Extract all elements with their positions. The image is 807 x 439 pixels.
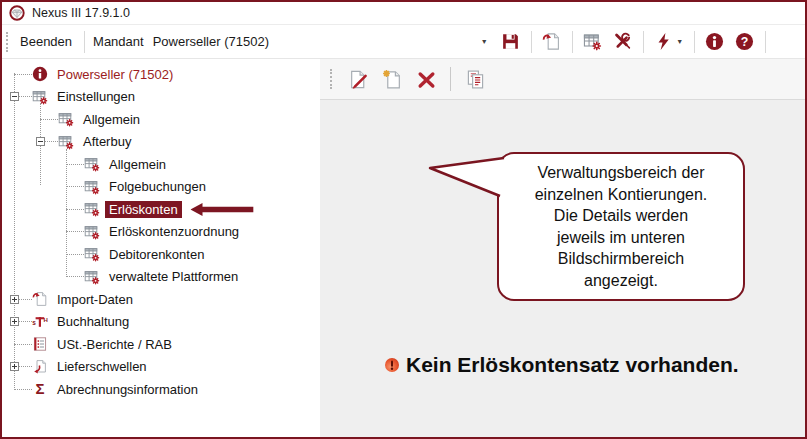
help-button[interactable] (732, 29, 758, 55)
tools-button[interactable] (610, 29, 636, 55)
lightning-button[interactable]: ▼ (651, 29, 687, 55)
expander-icon[interactable] (10, 317, 19, 326)
tree: Powerseller (71502) Einstellungen Allgem… (2, 63, 320, 401)
tree-item-label: Import-Daten (53, 291, 137, 308)
tree-item-label: Buchhaltung (53, 313, 133, 330)
tree-item-label: Lieferschwellen (53, 358, 151, 375)
tree-item[interactable]: Allgemein (2, 153, 320, 176)
delete-icon (416, 69, 437, 90)
record-toolbar (320, 59, 805, 100)
tree-item-label: Folgebuchungen (105, 178, 210, 195)
table-settings-icon (84, 156, 100, 172)
warning-message: Kein Erlöskontensatz vorhanden. (384, 353, 739, 377)
beenden-button[interactable]: Beenden (13, 30, 79, 53)
tree-connector-stub (14, 74, 32, 75)
toolbar-separator (450, 67, 451, 91)
tree-item[interactable]: Debitorenkonten (2, 243, 320, 266)
chevron-down-icon[interactable]: ▼ (481, 38, 488, 45)
info-button[interactable] (702, 29, 728, 55)
new-record-button[interactable] (377, 64, 407, 94)
callout-bubble: Verwaltungsbereich der einzelnen Kontier… (497, 152, 745, 301)
toolbar-separator (84, 31, 85, 53)
tools-icon (613, 32, 632, 51)
t-account-icon (32, 314, 48, 330)
table-settings-icon (84, 224, 100, 240)
window-title: Nexus III 17.9.1.0 (32, 6, 130, 20)
tree-item[interactable]: Erlöskontenzuordnung (2, 221, 320, 244)
expander-icon[interactable] (36, 137, 45, 146)
tree-item[interactable]: Folgebuchungen (2, 176, 320, 199)
lightning-icon (654, 32, 673, 51)
callout-text: Verwaltungsbereich der einzelnen Kontier… (535, 162, 708, 291)
tree-item-label: Afterbuy (79, 133, 135, 150)
mandant-combobox[interactable]: Powerseller (71502) ▼ (150, 30, 496, 54)
toolbar-separator (694, 31, 695, 53)
edit-button[interactable] (343, 64, 373, 94)
copy-button[interactable] (460, 64, 490, 94)
expander-icon[interactable] (10, 92, 19, 101)
tree-item[interactable]: Einstellungen (2, 86, 320, 109)
edit-icon (348, 69, 369, 90)
table-settings-icon (84, 179, 100, 195)
tree-connector-stub (19, 366, 32, 367)
tree-item[interactable]: Allgemein (2, 108, 320, 131)
tree-item[interactable]: Abrechnungsinformation (2, 378, 320, 401)
import-button[interactable] (539, 29, 565, 55)
tree-item[interactable]: USt.-Berichte / RAB (2, 333, 320, 356)
import-document-icon (32, 291, 48, 307)
tree-connector-stub (66, 276, 84, 277)
tree-item[interactable]: Buchhaltung (2, 311, 320, 334)
tree-item-label: verwaltete Plattformen (105, 268, 242, 285)
tree-connector-stub (66, 164, 84, 165)
tree-connector-stub (66, 231, 84, 232)
toolbar-separator (765, 31, 766, 53)
info-icon (705, 32, 724, 51)
toolbar-grip[interactable] (6, 32, 9, 52)
tree-item-label: Debitorenkonten (105, 246, 208, 263)
new-record-icon (382, 69, 403, 90)
tree-connector-stub (40, 119, 58, 120)
tree-connector-stub (19, 299, 32, 300)
toolbar-separator (572, 31, 573, 53)
table-settings-icon (58, 134, 74, 150)
expander-icon[interactable] (10, 295, 19, 304)
tree-connector-stub (14, 344, 32, 345)
callout-tail (424, 150, 508, 204)
tree-item-label: Powerseller (71502) (53, 66, 177, 83)
tree-connector-stub (19, 96, 32, 97)
chevron-down-icon[interactable]: ▼ (676, 38, 683, 45)
tree-connector-stub (66, 186, 84, 187)
table-settings-button[interactable] (580, 29, 606, 55)
title-bar: Nexus III 17.9.1.0 (2, 2, 805, 25)
tree-connector-stub (14, 389, 32, 390)
tree-item-label: Allgemein (79, 111, 144, 128)
navigation-tree-panel: Powerseller (71502) Einstellungen Allgem… (2, 59, 320, 437)
copy-icon (465, 69, 486, 90)
tree-item-label: Allgemein (105, 156, 170, 173)
tree-item-label: Einstellungen (53, 88, 139, 105)
gem-logo-icon (9, 5, 25, 21)
tree-item[interactable]: Afterbuy (2, 131, 320, 154)
tree-connector-stub (66, 209, 84, 210)
tree-item[interactable]: Erlöskonten (2, 198, 320, 221)
tree-item-label: Erlöskonten (105, 201, 182, 218)
expander-icon[interactable] (10, 362, 19, 371)
mandant-label: Mandant (93, 34, 144, 49)
main-toolbar: Beenden Mandant Powerseller (71502) ▼ ▼ (2, 25, 805, 59)
table-settings-icon (84, 269, 100, 285)
table-settings-icon (32, 89, 48, 105)
app-window: Nexus III 17.9.1.0 Beenden Mandant Power… (0, 0, 807, 439)
delete-button[interactable] (411, 64, 441, 94)
save-button[interactable] (498, 29, 524, 55)
toolbar-separator (531, 31, 532, 53)
tree-item[interactable]: verwaltete Plattformen (2, 266, 320, 289)
table-settings-icon (84, 246, 100, 262)
tree-item[interactable]: Lieferschwellen (2, 356, 320, 379)
tree-connector-stub (19, 321, 32, 322)
tree-item[interactable]: Import-Daten (2, 288, 320, 311)
tree-item[interactable]: Powerseller (71502) (2, 63, 320, 86)
sigma-icon (32, 381, 48, 397)
toolbar-grip[interactable] (330, 69, 333, 89)
warning-icon (384, 357, 400, 373)
page-return-icon (32, 359, 48, 375)
